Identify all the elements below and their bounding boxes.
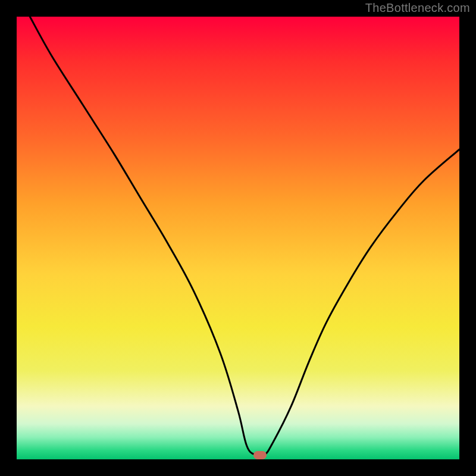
bottleneck-minimum-marker (253, 451, 267, 459)
chart-frame: TheBottleneck.com (0, 0, 476, 476)
bottleneck-curve (17, 17, 459, 459)
attribution-text: TheBottleneck.com (365, 1, 470, 15)
plot-area (17, 17, 459, 459)
